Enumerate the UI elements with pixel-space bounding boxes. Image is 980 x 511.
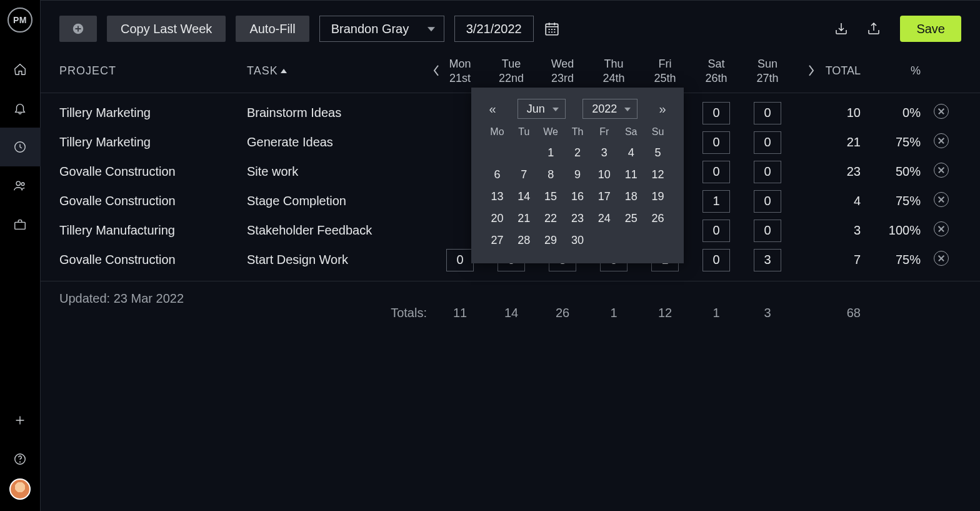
sidebar: PM [0, 0, 41, 511]
calendar-button[interactable] [539, 16, 565, 42]
datepicker-popup: « Jun 2022 » MoTuWeThFrSaSu1234567891011… [471, 88, 684, 263]
datepicker-day[interactable]: 23 [566, 210, 590, 228]
datepicker-day[interactable]: 17 [592, 188, 616, 206]
datepicker-day[interactable]: 21 [512, 210, 536, 228]
datepicker-day[interactable]: 1 [539, 144, 563, 162]
prev-week-button[interactable] [432, 63, 441, 81]
delete-row-button[interactable] [934, 251, 949, 266]
import-button[interactable] [830, 18, 852, 40]
sidebar-team[interactable] [0, 166, 41, 205]
add-row-button[interactable] [59, 16, 97, 42]
hours-input[interactable] [702, 102, 730, 124]
datepicker-day[interactable]: 20 [485, 210, 509, 228]
cell-project: Tillery Marketing [59, 106, 247, 120]
datepicker-next-year[interactable]: » [655, 102, 670, 116]
delete-row-button[interactable] [934, 133, 949, 148]
hours-input[interactable] [754, 131, 781, 154]
hours-input[interactable] [702, 190, 730, 213]
datepicker-day[interactable]: 19 [646, 188, 670, 206]
save-button[interactable]: Save [900, 16, 961, 42]
hours-input[interactable] [702, 249, 730, 271]
date-input[interactable]: 3/21/2022 [454, 16, 534, 42]
cell-day [691, 220, 742, 242]
auto-fill-button[interactable]: Auto-Fill [236, 16, 309, 42]
datepicker-month-select[interactable]: Jun [518, 99, 566, 119]
hours-input[interactable] [702, 220, 730, 242]
delete-row-button[interactable] [934, 163, 949, 178]
datepicker-day[interactable]: 10 [592, 166, 616, 184]
datepicker-day[interactable]: 24 [592, 210, 616, 228]
column-task[interactable]: TASK [247, 64, 434, 78]
sidebar-add[interactable] [0, 401, 41, 440]
sidebar-projects[interactable] [0, 205, 41, 244]
export-button[interactable] [862, 18, 885, 40]
hours-input[interactable] [754, 220, 781, 242]
cell-project: Govalle Construction [59, 164, 247, 179]
datepicker-day[interactable]: 11 [619, 166, 643, 184]
datepicker-dow: Tu [512, 126, 536, 140]
datepicker-day[interactable]: 22 [539, 210, 563, 228]
datepicker-year-value: 2022 [592, 103, 617, 116]
cell-day [742, 161, 793, 183]
cell-percent: 50% [867, 164, 921, 179]
datepicker-day[interactable]: 3 [592, 144, 616, 162]
datepicker-day[interactable]: 30 [566, 231, 590, 250]
datepicker-day[interactable]: 28 [512, 231, 536, 250]
datepicker-day[interactable]: 15 [539, 188, 563, 206]
datepicker-day[interactable]: 12 [646, 166, 670, 184]
datepicker-day [646, 231, 670, 250]
cell-total: 21 [793, 135, 867, 149]
column-day-fri: Fri25th [639, 57, 691, 85]
delete-row-button[interactable] [934, 221, 949, 236]
datepicker-day[interactable]: 2 [566, 144, 590, 162]
datepicker-day[interactable]: 9 [566, 166, 590, 184]
avatar[interactable] [9, 478, 31, 500]
datepicker-day[interactable]: 16 [566, 188, 590, 206]
datepicker-day[interactable]: 13 [485, 188, 509, 206]
sidebar-notifications[interactable] [0, 89, 41, 128]
datepicker-day[interactable]: 18 [619, 188, 643, 206]
datepicker-day[interactable]: 29 [539, 231, 563, 250]
sidebar-timesheets[interactable] [0, 128, 41, 166]
datepicker-day[interactable]: 8 [539, 166, 563, 184]
svg-point-2 [21, 183, 24, 186]
cell-task: Stage Completion [247, 194, 434, 208]
datepicker-day[interactable]: 27 [485, 231, 509, 250]
datepicker-day[interactable]: 5 [646, 144, 670, 162]
delete-row-button[interactable] [934, 104, 949, 119]
svg-point-1 [16, 181, 20, 185]
logo[interactable]: PM [8, 8, 32, 33]
hours-input[interactable] [446, 249, 474, 271]
datepicker-year-select[interactable]: 2022 [582, 99, 638, 119]
copy-last-week-button[interactable]: Copy Last Week [107, 16, 226, 42]
hours-input[interactable] [754, 190, 781, 213]
delete-row-button[interactable] [934, 192, 949, 207]
cell-total: 23 [793, 164, 867, 179]
datepicker-prev-year[interactable]: « [485, 102, 500, 116]
datepicker-day[interactable]: 14 [512, 188, 536, 206]
export-icon [866, 21, 881, 36]
home-icon [13, 63, 27, 76]
svg-point-5 [20, 462, 21, 462]
hours-input[interactable] [754, 102, 781, 124]
bell-icon [13, 101, 27, 115]
hours-input[interactable] [702, 161, 730, 183]
cell-task: Site work [247, 164, 434, 179]
column-project[interactable]: PROJECT [59, 64, 247, 78]
hours-input[interactable] [702, 131, 730, 154]
datepicker-day[interactable]: 26 [646, 210, 670, 228]
next-week-button[interactable] [807, 63, 816, 81]
datepicker-day[interactable]: 4 [619, 144, 643, 162]
datepicker-day[interactable]: 6 [485, 166, 509, 184]
totals-mon: 11 [434, 306, 486, 320]
column-task-label: TASK [247, 64, 278, 77]
datepicker-day[interactable]: 7 [512, 166, 536, 184]
sidebar-help[interactable] [0, 440, 41, 478]
datepicker-day[interactable]: 25 [619, 210, 643, 228]
sidebar-home[interactable] [0, 50, 41, 89]
user-select[interactable]: Brandon Gray [319, 16, 444, 42]
column-total: TOTAL [793, 64, 867, 78]
hours-input[interactable] [754, 249, 781, 271]
hours-input[interactable] [754, 161, 781, 183]
column-day-sat: Sat26th [691, 57, 742, 85]
